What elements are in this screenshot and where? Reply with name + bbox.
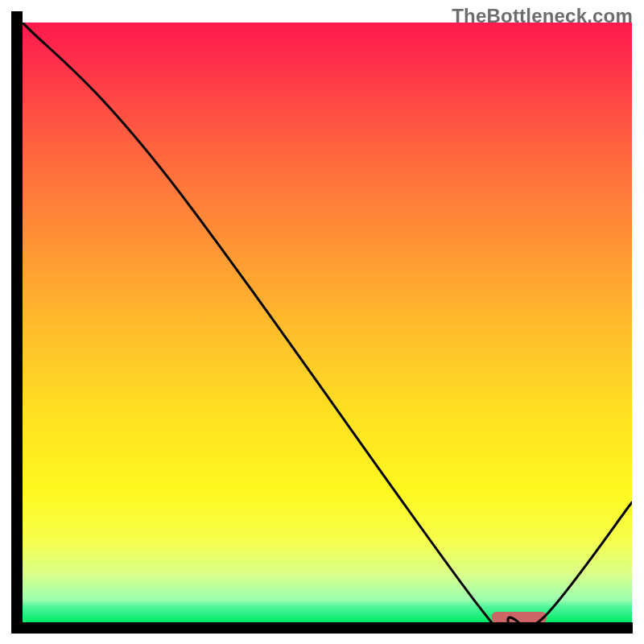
watermark-text: TheBottleneck.com	[452, 5, 633, 27]
svg-rect-3	[11, 11, 23, 633]
bottleneck-chart	[0, 0, 644, 644]
svg-rect-4	[11, 622, 633, 634]
chart-container: TheBottleneck.com	[0, 0, 644, 644]
